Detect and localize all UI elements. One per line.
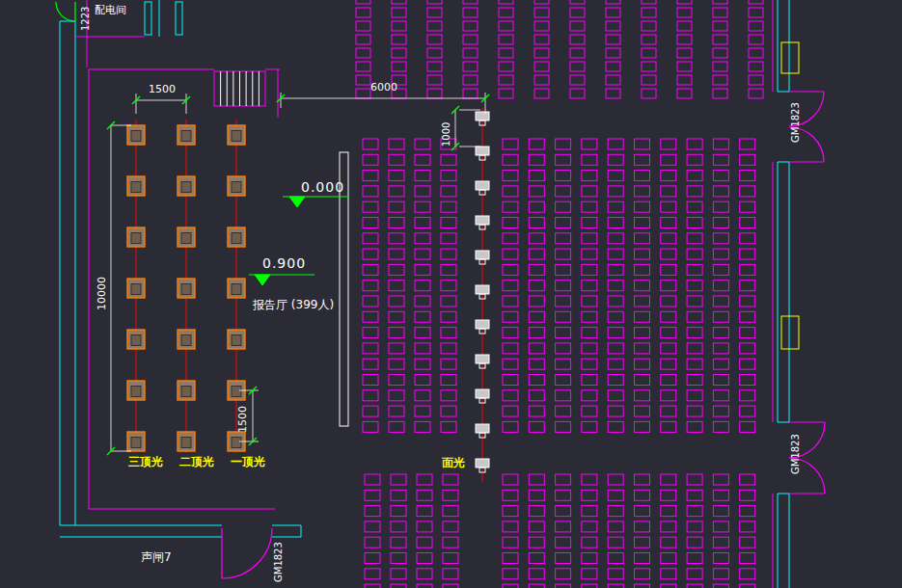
seat	[529, 281, 544, 291]
seat	[363, 218, 378, 228]
seat	[556, 154, 571, 165]
seat	[363, 154, 378, 165]
seat	[356, 8, 370, 17]
seat	[740, 359, 755, 369]
seat	[556, 249, 571, 259]
seat	[635, 154, 650, 165]
seat	[713, 390, 728, 401]
cad-canvas[interactable]: 配电间 1223 1500 6000 1000 10000 1500 0.000…	[0, 0, 902, 588]
seat	[534, 75, 549, 85]
seat	[740, 233, 755, 244]
seat	[415, 154, 430, 165]
seat	[415, 296, 430, 307]
seat	[582, 186, 597, 197]
seat	[608, 296, 623, 307]
seat	[389, 390, 404, 401]
seat	[556, 281, 571, 291]
seat	[661, 375, 676, 386]
seat	[608, 421, 623, 432]
seat	[365, 584, 380, 588]
seat	[570, 0, 585, 4]
seat	[713, 359, 728, 369]
seat	[443, 490, 458, 500]
seat	[389, 296, 404, 307]
seat	[687, 343, 702, 354]
seat	[529, 233, 544, 244]
seat	[363, 406, 378, 416]
seat	[713, 311, 728, 322]
seat	[582, 474, 597, 485]
seat	[740, 264, 755, 275]
seat	[391, 569, 406, 579]
seat	[503, 521, 518, 532]
seat	[356, 0, 370, 4]
seat	[582, 171, 597, 181]
seat	[740, 281, 755, 291]
seat	[661, 521, 676, 532]
stage-light-inner	[181, 438, 191, 448]
seat	[415, 311, 430, 322]
seat	[661, 584, 676, 588]
seat	[687, 328, 702, 338]
seat	[608, 311, 623, 322]
seat	[740, 218, 755, 228]
stage-light-inner	[131, 335, 141, 346]
stage-light-inner	[131, 387, 141, 397]
seat	[556, 264, 571, 275]
seat	[635, 537, 650, 548]
seat	[417, 490, 432, 500]
seat	[556, 506, 571, 517]
seat	[713, 296, 728, 307]
seat	[499, 75, 513, 85]
seat	[415, 328, 430, 338]
seat	[740, 154, 755, 165]
front-light-icon	[476, 216, 489, 225]
seat	[635, 311, 650, 322]
light-row-1-label: 一顶光	[231, 456, 265, 468]
seat	[417, 537, 432, 548]
seat	[687, 406, 702, 416]
room-label-sound-lock: 声闸7	[141, 551, 172, 563]
seat	[677, 62, 692, 71]
seat	[415, 281, 430, 291]
seat	[556, 218, 571, 228]
stage-light-inner	[232, 182, 241, 193]
seat	[606, 75, 620, 85]
stage-light-inner	[131, 233, 141, 244]
seat	[556, 406, 571, 416]
seat	[582, 296, 597, 307]
seat	[713, 264, 728, 275]
front-light-icon	[476, 320, 489, 329]
seat	[740, 406, 755, 416]
seat	[608, 281, 623, 291]
seat	[740, 296, 755, 307]
seat	[677, 48, 692, 58]
seat	[608, 584, 623, 588]
seat	[740, 139, 755, 149]
seat	[363, 390, 378, 401]
seat	[529, 218, 544, 228]
seat	[417, 553, 432, 564]
stage-light-inner	[181, 131, 191, 142]
seat	[740, 421, 755, 432]
seat	[503, 281, 518, 291]
seat	[389, 328, 404, 338]
seat	[687, 390, 702, 401]
seat	[606, 21, 620, 31]
seat	[556, 186, 571, 197]
seat	[608, 359, 623, 369]
seat	[740, 375, 755, 386]
seat	[582, 375, 597, 386]
seat	[356, 35, 370, 44]
seat	[534, 8, 549, 17]
seat	[740, 537, 755, 548]
seat	[529, 264, 544, 275]
seat	[363, 311, 378, 322]
seat	[391, 553, 406, 564]
seat	[415, 186, 430, 197]
seat	[443, 553, 458, 564]
seat	[661, 359, 676, 369]
seat	[556, 328, 571, 338]
front-light-icon	[476, 459, 489, 468]
seat	[608, 139, 623, 149]
